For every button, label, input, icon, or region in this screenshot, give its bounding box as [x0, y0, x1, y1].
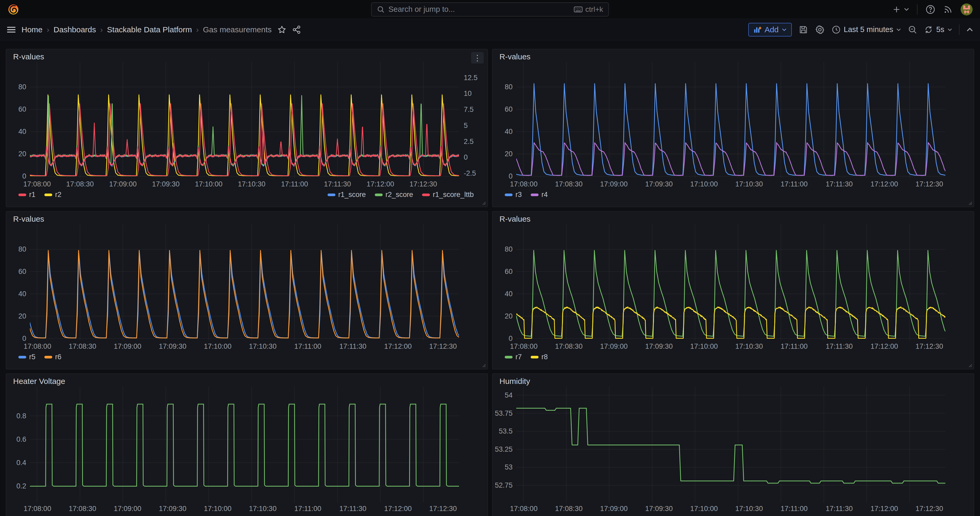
share-icon[interactable] [292, 25, 301, 34]
divider [959, 24, 959, 35]
x-tick-label: 17:09:30 [159, 505, 186, 513]
y-tick-label: 80 [18, 245, 26, 253]
x-tick-label: 17:12:30 [409, 180, 437, 188]
panel-header[interactable]: R-values [10, 214, 484, 224]
x-tick-label: 17:12:30 [429, 342, 457, 350]
plot-area[interactable] [516, 62, 967, 178]
legend-item-r1_score[interactable]: r1_score [328, 191, 366, 199]
legend-label: r1 [29, 191, 35, 199]
avatar[interactable] [961, 3, 973, 16]
plot-area[interactable] [30, 224, 480, 340]
panel-header[interactable]: R-values [10, 51, 484, 62]
x-tick-label: 17:11:00 [781, 505, 808, 513]
breadcrumb-folder[interactable]: Stackable Data Platform [107, 25, 192, 34]
new-button[interactable] [892, 5, 909, 14]
x-tick-label: 17:12:00 [384, 342, 412, 350]
legend-swatch [18, 356, 26, 358]
y-axis-left: 020406080 [10, 62, 30, 188]
legend-label: r7 [515, 353, 522, 361]
y-axis-right [967, 224, 970, 350]
help-icon[interactable] [926, 5, 935, 14]
legend-item-r5[interactable]: r5 [18, 353, 35, 361]
x-tick-label: 17:08:30 [69, 342, 96, 350]
x-tick-label: 17:11:00 [294, 505, 321, 513]
zoom-out-icon[interactable] [908, 25, 917, 34]
plot-area[interactable] [30, 387, 480, 503]
keyboard-icon [574, 6, 583, 13]
legend-item-r6[interactable]: r6 [45, 353, 61, 361]
breadcrumb-separator: › [196, 25, 199, 34]
resize-handle-icon[interactable] [968, 363, 972, 367]
breadcrumb-home[interactable]: Home [22, 25, 43, 34]
y-tick-label: 53.75 [495, 409, 512, 417]
collapse-toolbar-icon[interactable] [966, 27, 973, 32]
x-tick-label: 17:08:30 [69, 505, 96, 513]
legend-item-r2[interactable]: r2 [45, 191, 61, 199]
x-tick-label: 17:12:30 [915, 180, 943, 188]
global-search[interactable]: ctrl+k [371, 2, 609, 16]
breadcrumb-current-dashboard: Gas measurements [203, 25, 272, 34]
legend-swatch [505, 356, 512, 358]
divider [917, 4, 918, 15]
favorite-star-icon[interactable] [277, 25, 286, 34]
x-tick-label: 17:11:30 [339, 505, 366, 513]
dashboard-settings-icon[interactable] [815, 25, 825, 35]
y-tick-label: 12.5 [464, 73, 478, 82]
legend-item-r7[interactable]: r7 [505, 353, 522, 361]
refresh-icon[interactable] [924, 25, 933, 34]
resize-handle-icon[interactable] [482, 363, 486, 367]
refresh-interval-label: 5s [936, 25, 944, 34]
panel-heater-voltage: Heater Voltage 0.20.40.60.8 17:08:0017:0… [6, 373, 488, 516]
panel-header[interactable]: Humidity [496, 376, 970, 387]
y-tick-label: 0.6 [16, 435, 26, 443]
legend: r1r2r1_scorer2_scorer1_score_lttb [10, 188, 484, 203]
plot-area[interactable] [30, 62, 459, 178]
dashboard-grid: R-values ⋮ 020406080 17:08:0017:08:3017:… [0, 40, 980, 516]
legend: r3r4 [496, 188, 970, 203]
y-tick-label: 20 [18, 150, 26, 158]
x-tick-label: 17:09:30 [645, 342, 673, 350]
panel-header[interactable]: Heater Voltage [10, 376, 484, 387]
y-tick-label: 40 [18, 290, 26, 298]
resize-handle-icon[interactable] [482, 201, 486, 205]
legend-label: r8 [541, 353, 548, 361]
y-axis-right [480, 387, 484, 513]
x-tick-label: 17:10:30 [735, 342, 763, 350]
resize-handle-icon[interactable] [968, 201, 972, 205]
x-axis: 17:08:0017:08:3017:09:0017:09:3017:10:00… [30, 503, 480, 513]
menu-toggle-icon[interactable] [7, 26, 16, 33]
legend-item-r1[interactable]: r1 [18, 191, 35, 199]
x-tick-label: 17:10:00 [690, 505, 718, 513]
panel-header[interactable]: R-values [496, 51, 970, 62]
y-tick-label: 20 [505, 150, 512, 158]
time-range-picker[interactable]: Last 5 minutes [832, 25, 901, 34]
x-tick-label: 17:09:00 [109, 180, 137, 188]
add-panel-button[interactable]: Add [748, 23, 792, 37]
breadcrumb-dashboards[interactable]: Dashboards [54, 25, 96, 34]
refresh-picker[interactable]: 5s [924, 25, 952, 34]
legend-swatch [531, 194, 539, 196]
legend-item-r1_score_lttb[interactable]: r1_score_lttb [422, 191, 474, 199]
save-dashboard-icon[interactable] [799, 25, 808, 34]
x-tick-label: 17:12:30 [915, 505, 943, 513]
x-tick-label: 17:12:00 [367, 180, 394, 188]
legend: r5r6 [10, 350, 484, 365]
x-tick-label: 17:11:30 [324, 180, 351, 188]
legend-item-r3[interactable]: r3 [505, 191, 522, 199]
legend-item-r4[interactable]: r4 [531, 191, 548, 199]
y-tick-label: 54 [505, 391, 512, 399]
y-tick-label: 52.75 [495, 481, 512, 489]
search-input[interactable] [388, 5, 570, 14]
grafana-logo[interactable] [7, 3, 19, 16]
y-tick-label: 7.5 [464, 105, 474, 114]
legend-item-r2_score[interactable]: r2_score [375, 191, 413, 199]
plot-area[interactable] [516, 387, 967, 503]
panel-header[interactable]: R-values [496, 214, 970, 224]
x-tick-label: 17:10:30 [735, 505, 763, 513]
news-rss-icon[interactable] [943, 5, 953, 14]
legend-item-r8[interactable]: r8 [531, 353, 548, 361]
panel-r-values-1: R-values ⋮ 020406080 17:08:0017:08:3017:… [6, 49, 488, 207]
plot-area[interactable] [516, 224, 967, 340]
chevron-down-icon [896, 28, 901, 31]
panel-r-values-4: R-values 020406080 17:08:0017:08:3017:09… [492, 211, 974, 369]
